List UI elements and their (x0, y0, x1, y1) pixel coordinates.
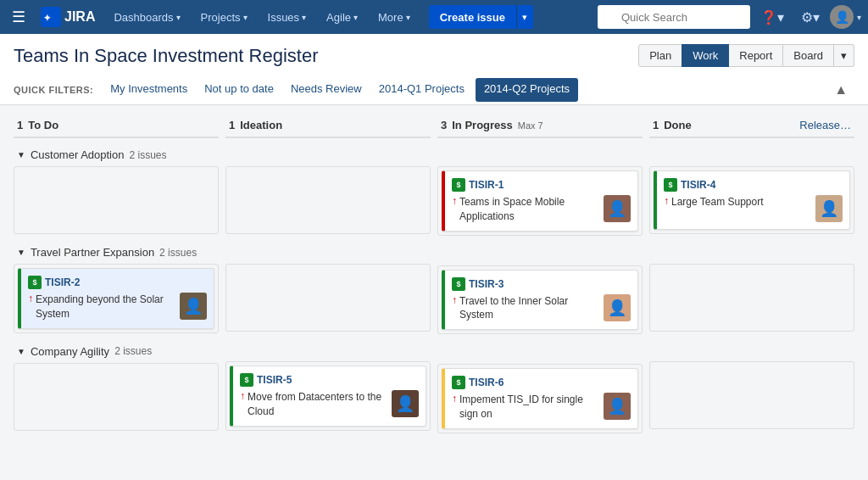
nav-projects[interactable]: Projects (192, 0, 256, 34)
card-tisir1-avatar: 👤 (604, 195, 631, 222)
card-tisir3-top: $ TISIR-3 (452, 277, 631, 291)
card-tisir4-id: TISIR-4 (681, 179, 715, 191)
col-todo-name: To Do (28, 119, 58, 131)
card-tisir3-avatar: 👤 (604, 294, 631, 321)
card-tisir3-content: ↑ Travel to the Inner Solar System (452, 294, 598, 323)
swimlane-company-header[interactable]: ▼ Company Agility 2 issues (14, 340, 219, 363)
card-tisir1-title: Teams in Space Mobile Applications (459, 195, 598, 224)
col-inprogress-name: In Progress (452, 119, 513, 131)
search-wrap: 🔍 (598, 5, 750, 29)
card-tisir6-top: $ TISIR-6 (452, 376, 631, 389)
card-tisir4-priority: ↑ Large Team Support (664, 195, 810, 209)
chevron-down-icon: ▼ (17, 347, 25, 356)
card-tisir2-content: ↑ Expanding beyond the Solar System (28, 293, 175, 321)
swimlane-customer-todo: ▼ Customer Adoption 2 issues (14, 143, 219, 234)
report-view-button[interactable]: Report (728, 44, 783, 67)
filter-needs-review[interactable]: Needs Review (282, 75, 370, 104)
chevron-down-icon: ▼ (17, 248, 25, 257)
nav-dashboards[interactable]: Dashboards (105, 0, 188, 34)
card-tisir1-body: ↑ Teams in Space Mobile Applications 👤 (452, 195, 631, 224)
story-icon: $ (28, 276, 42, 289)
card-tisir3[interactable]: $ TISIR-3 ↑ Travel to the Inner Solar Sy… (442, 270, 638, 331)
swimlane-travel-header[interactable]: ▼ Travel Partner Expansion 2 issues (14, 241, 219, 264)
col-inprogress-max: Max 7 (518, 120, 543, 131)
page-header: Teams In Space Investment Register Plan … (0, 34, 868, 105)
col-inprogress: 3 In Progress Max 7 ▼placeholder $ TISIR… (437, 114, 643, 440)
nav-more[interactable]: More (370, 0, 419, 34)
ideation-travel-cell (225, 264, 431, 332)
card-tisir6-content: ↑ Impement TIS_ID for single sign on (452, 393, 598, 421)
filter-collapse-button[interactable]: ▲ (827, 79, 854, 101)
todo-travel-cell: $ TISIR-2 ↑ Expanding beyond the Solar S… (14, 264, 219, 333)
card-tisir6[interactable]: $ TISIR-6 ↑ Impement TIS_ID for single s… (442, 368, 638, 429)
card-tisir2-top: $ TISIR-2 (28, 276, 207, 289)
card-tisir5-priority: ↑ Move from Datacenters to the Cloud (240, 390, 387, 419)
card-tisir5-top: $ TISIR-5 (240, 373, 419, 387)
board-view-button[interactable]: Board (782, 44, 834, 67)
card-tisir3-id: TISIR-3 (469, 278, 504, 290)
card-tisir2-title: Expanding beyond the Solar System (36, 293, 175, 321)
card-tisir4[interactable]: $ TISIR-4 ↑ Large Team Support (654, 170, 850, 230)
story-icon: $ (452, 376, 465, 389)
logo-text: JIRA (64, 9, 95, 25)
nav-agile[interactable]: Agile (318, 0, 366, 34)
page-title-row: Teams In Space Investment Register Plan … (14, 44, 854, 67)
plan-view-button[interactable]: Plan (638, 44, 682, 67)
swimlane-travel-inprogress: ▼placeholder $ TISIR-3 (437, 243, 643, 335)
board-view-dropdown[interactable]: ▾ (834, 44, 854, 67)
work-view-button[interactable]: Work (682, 44, 729, 67)
card-tisir1-id-row: $ TISIR-1 (452, 178, 504, 192)
filter-2014-q2[interactable]: 2014-Q2 Projects (476, 78, 578, 102)
card-tisir6-body: ↑ Impement TIS_ID for single sign on 👤 (452, 393, 631, 421)
swimlane-travel-ideation: ▼placeholder (225, 241, 431, 332)
search-input[interactable] (598, 5, 750, 29)
quick-filters-bar: QUICK FILTERS: My Investments Not up to … (14, 75, 854, 104)
card-tisir6-id: TISIR-6 (469, 377, 504, 388)
user-dropdown-arrow[interactable]: ▾ (857, 13, 861, 22)
card-tisir5[interactable]: $ TISIR-5 ↑ Move from Datacenters to the… (230, 366, 426, 427)
swimlane-customer-header[interactable]: ▼ Customer Adoption 2 issues (14, 143, 219, 166)
card-tisir6-id-row: $ TISIR-6 (452, 376, 504, 389)
card-tisir3-body: ↑ Travel to the Inner Solar System 👤 (452, 294, 631, 323)
filter-not-up-to-date[interactable]: Not up to date (196, 75, 282, 104)
hamburger-menu[interactable]: ☰ (7, 4, 31, 30)
top-nav: ☰ ✦ JIRA Dashboards Projects Issues Agil… (0, 0, 868, 34)
card-tisir4-body: ↑ Large Team Support 👤 (664, 195, 843, 222)
card-tisir6-avatar: 👤 (604, 393, 631, 420)
card-tisir4-title: Large Team Support (671, 195, 764, 209)
card-tisir1-id: TISIR-1 (469, 179, 504, 191)
inprogress-travel-cell: $ TISIR-3 ↑ Travel to the Inner Solar Sy… (437, 265, 643, 335)
card-tisir4-content: ↑ Large Team Support (664, 195, 810, 209)
card-tisir2[interactable]: $ TISIR-2 ↑ Expanding beyond the Solar S… (18, 268, 214, 329)
priority-up-icon: ↑ (452, 195, 457, 207)
ideation-customer-cell (225, 166, 431, 234)
card-tisir1-priority: ↑ Teams in Space Mobile Applications (452, 195, 598, 224)
col-ideation-count: 1 (229, 119, 235, 131)
card-tisir4-avatar: 👤 (815, 195, 843, 222)
swimlane-travel-count: 2 issues (159, 247, 197, 259)
filter-my-investments[interactable]: My Investments (102, 75, 196, 104)
inprogress-customer-cell: $ TISIR-1 ↑ Teams in Space Mobile Applic… (437, 166, 643, 236)
user-avatar[interactable]: 👤 (830, 5, 854, 29)
release-link[interactable]: Release… (799, 119, 851, 131)
help-button[interactable]: ❓▾ (754, 0, 791, 34)
story-icon: $ (452, 178, 465, 192)
filter-2014-q1[interactable]: 2014-Q1 Projects (370, 75, 473, 104)
card-tisir4-top: $ TISIR-4 (664, 178, 843, 192)
settings-button[interactable]: ⚙▾ (794, 0, 826, 34)
card-tisir1[interactable]: $ TISIR-1 ↑ Teams in Space Mobile Applic… (442, 170, 638, 232)
board-area: 1 To Do ▼ Customer Adoption 2 issues ▼ T… (0, 105, 868, 449)
col-todo-count: 1 (17, 119, 23, 131)
swimlane-company-count: 2 issues (114, 345, 152, 357)
create-issue-dropdown[interactable]: ▾ (516, 5, 533, 29)
story-icon: $ (240, 373, 253, 387)
priority-up-icon: ↑ (240, 390, 245, 402)
card-tisir6-priority: ↑ Impement TIS_ID for single sign on (452, 393, 598, 421)
jira-logo[interactable]: ✦ JIRA (34, 7, 102, 27)
create-issue-button[interactable]: Create issue (429, 5, 516, 29)
nav-issues[interactable]: Issues (259, 0, 315, 34)
card-tisir5-id: TISIR-5 (257, 374, 292, 386)
quick-filters-label: QUICK FILTERS: (14, 85, 93, 95)
card-tisir6-title: Impement TIS_ID for single sign on (459, 393, 598, 421)
priority-up-icon: ↑ (664, 195, 669, 207)
